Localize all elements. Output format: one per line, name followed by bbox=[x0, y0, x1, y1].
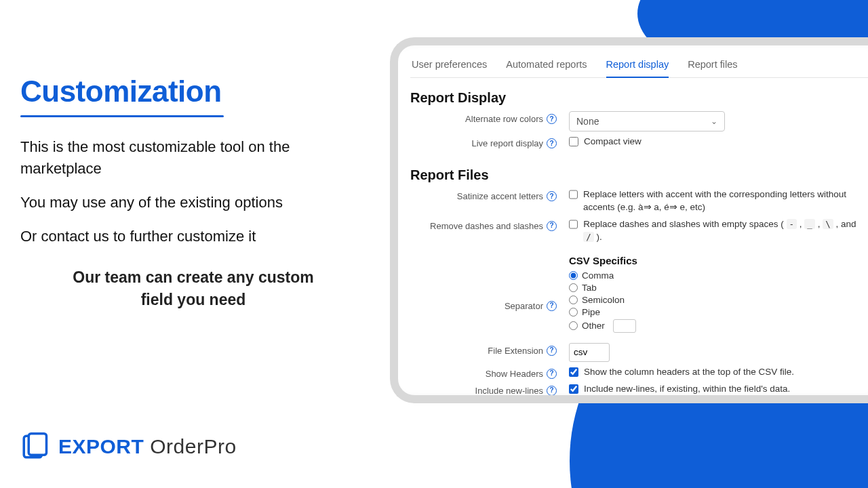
marketing-line-3: Or contact us to further customize it bbox=[20, 226, 366, 247]
label-show-headers: Show Headers ? bbox=[410, 366, 561, 379]
checkbox-include-newlines[interactable]: Include new-lines, if existing, within t… bbox=[569, 383, 790, 396]
help-icon[interactable]: ? bbox=[547, 138, 557, 148]
label-live-report-display: Live report display ? bbox=[410, 136, 561, 148]
char-chip: - bbox=[787, 219, 797, 229]
brand-bold: EXPORT bbox=[58, 435, 144, 458]
char-chip: \ bbox=[823, 219, 833, 229]
label-alternate-row-colors: Alternate row colors ? bbox=[410, 111, 561, 124]
label-include-newlines: Include new-lines ? bbox=[410, 383, 561, 396]
row-live-report-display: Live report display ? Compact view bbox=[410, 136, 868, 148]
headline: Customization bbox=[20, 75, 366, 108]
help-icon[interactable]: ? bbox=[547, 191, 557, 201]
row-include-newlines: Include new-lines ? Include new-lines, i… bbox=[410, 383, 868, 396]
brand-text: EXPORT OrderPro bbox=[58, 435, 237, 458]
marketing-line-1: This is the most customizable tool on th… bbox=[20, 136, 366, 180]
radio-input[interactable] bbox=[569, 271, 578, 280]
radio-input[interactable] bbox=[569, 283, 578, 292]
help-icon[interactable]: ? bbox=[547, 301, 557, 311]
row-separator-label: Separator ? bbox=[410, 259, 868, 339]
label-separator: Separator ? bbox=[410, 259, 561, 311]
separator-radio-group: CommaTabSemicolonPipeOther bbox=[569, 270, 637, 333]
csv-specifics-title: CSV Specifics bbox=[569, 255, 637, 266]
chevron-down-icon: ⌄ bbox=[711, 117, 717, 126]
label-remove-dashes: Remove dashes and slashes ? bbox=[410, 218, 561, 231]
radio-separator-semicolon[interactable]: Semicolon bbox=[569, 295, 637, 305]
tab-user-prefs[interactable]: User preferences bbox=[412, 55, 487, 77]
label-satinize: Satinize accent letters ? bbox=[410, 188, 561, 201]
svg-rect-1 bbox=[28, 434, 46, 455]
marketing-column: Customization This is the most customiza… bbox=[20, 75, 366, 311]
radio-input[interactable] bbox=[569, 321, 578, 330]
checkbox-remove-dashes[interactable]: Replace dashes and slashes with empty sp… bbox=[569, 218, 859, 244]
radio-separator-comma[interactable]: Comma bbox=[569, 270, 637, 281]
row-show-headers: Show Headers ? Show the column headers a… bbox=[410, 366, 868, 379]
label-file-extension: File Extension ? bbox=[410, 343, 561, 356]
radio-separator-tab[interactable]: Tab bbox=[569, 283, 637, 293]
row-satinize: Satinize accent letters ? Replace letter… bbox=[410, 188, 868, 214]
tabs-bar: User preferencesAutomated reportsReport … bbox=[410, 51, 868, 78]
tab-report-files[interactable]: Report files bbox=[688, 55, 737, 77]
help-icon[interactable]: ? bbox=[547, 221, 557, 231]
checkbox-input-compact-view[interactable] bbox=[569, 137, 578, 146]
settings-panel: User preferencesAutomated reportsReport … bbox=[390, 37, 868, 403]
section-title-report-files: Report Files bbox=[410, 167, 868, 183]
select-alternate-row-colors[interactable]: None ⌄ bbox=[569, 111, 725, 131]
help-icon[interactable]: ? bbox=[547, 114, 557, 124]
radio-separator-other[interactable]: Other bbox=[569, 319, 637, 333]
input-other-separator[interactable] bbox=[613, 319, 636, 333]
tab-auto-reports[interactable]: Automated reports bbox=[506, 55, 587, 77]
select-value: None bbox=[576, 116, 599, 127]
radio-input[interactable] bbox=[569, 296, 578, 304]
checkbox-input-remove-dashes[interactable] bbox=[569, 220, 578, 229]
marketing-line-2: You may use any of the existing options bbox=[20, 192, 366, 214]
help-icon[interactable]: ? bbox=[547, 346, 557, 356]
row-remove-dashes: Remove dashes and slashes ? Replace dash… bbox=[410, 218, 868, 244]
checkbox-input-show-headers[interactable] bbox=[569, 367, 578, 377]
radio-separator-pipe[interactable]: Pipe bbox=[569, 307, 637, 317]
row-alternate-row-colors: Alternate row colors ? None ⌄ bbox=[410, 111, 868, 131]
checkbox-input-include-newlines[interactable] bbox=[569, 384, 578, 394]
checkbox-show-headers[interactable]: Show the column headers at the top of th… bbox=[569, 366, 794, 379]
marketing-tagline: Our team can create any custom field you… bbox=[20, 266, 366, 312]
input-file-extension[interactable] bbox=[569, 343, 610, 362]
brand-row: EXPORT OrderPro bbox=[20, 432, 237, 461]
checkbox-satinize[interactable]: Replace letters with accent with the cor… bbox=[569, 188, 859, 214]
brand-logo-icon bbox=[20, 432, 49, 461]
char-chip: _ bbox=[804, 219, 815, 229]
dashes-description: Replace dashes and slashes with empty sp… bbox=[583, 218, 859, 244]
help-icon[interactable]: ? bbox=[547, 369, 557, 379]
section-title-report-display: Report Display bbox=[410, 90, 868, 106]
row-file-extension: File Extension ? bbox=[410, 343, 868, 362]
char-chip: / bbox=[583, 232, 594, 242]
headline-underline bbox=[20, 115, 224, 117]
tab-report-display[interactable]: Report display bbox=[606, 55, 669, 78]
help-icon[interactable]: ? bbox=[547, 386, 557, 396]
brand-light: OrderPro bbox=[150, 435, 236, 458]
checkbox-input-satinize[interactable] bbox=[569, 190, 578, 199]
radio-input[interactable] bbox=[569, 308, 578, 317]
checkbox-compact-view[interactable]: Compact view bbox=[569, 136, 642, 148]
